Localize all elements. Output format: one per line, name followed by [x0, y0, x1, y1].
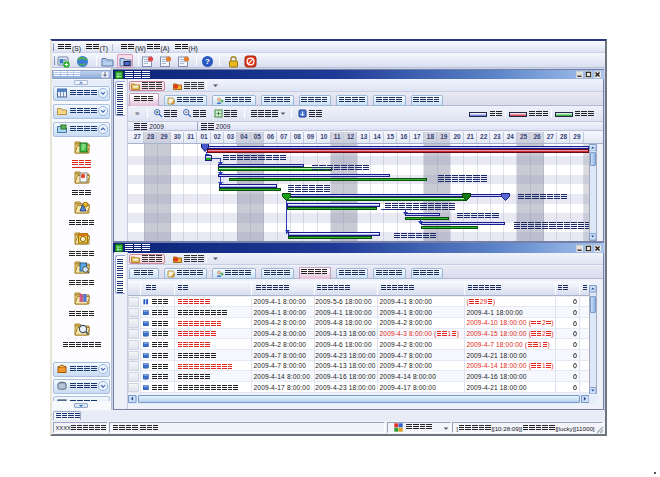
svg-text:?: ?	[205, 57, 210, 66]
